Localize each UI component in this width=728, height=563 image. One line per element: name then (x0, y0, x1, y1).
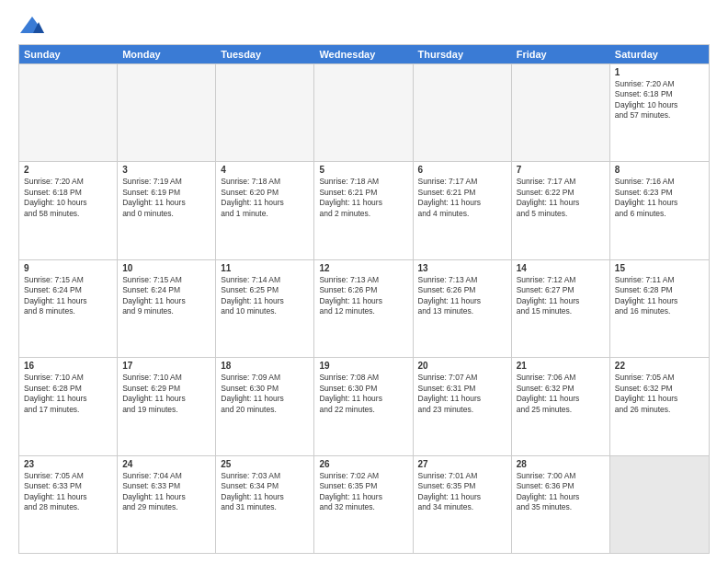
day-number: 9 (24, 263, 112, 273)
cell-info: Sunrise: 7:20 AM Sunset: 6:18 PM Dayligh… (615, 79, 704, 121)
calendar-cell-5: 5Sunrise: 7:18 AM Sunset: 6:21 PM Daylig… (314, 162, 413, 259)
calendar-cell-15: 15Sunrise: 7:11 AM Sunset: 6:28 PM Dayli… (610, 260, 709, 357)
cell-info: Sunrise: 7:15 AM Sunset: 6:24 PM Dayligh… (24, 275, 112, 317)
calendar-cell-empty-0-0 (19, 64, 118, 161)
calendar-cell-16: 16Sunrise: 7:10 AM Sunset: 6:28 PM Dayli… (19, 358, 118, 454)
cell-info: Sunrise: 7:10 AM Sunset: 6:28 PM Dayligh… (24, 373, 112, 415)
day-number: 10 (122, 263, 210, 273)
calendar-row-4: 23Sunrise: 7:05 AM Sunset: 6:33 PM Dayli… (19, 455, 709, 553)
weekday-header-saturday: Saturday (610, 45, 709, 63)
day-number: 13 (418, 263, 506, 273)
day-number: 19 (319, 361, 407, 371)
calendar-cell-18: 18Sunrise: 7:09 AM Sunset: 6:30 PM Dayli… (216, 358, 314, 454)
day-number: 14 (517, 263, 605, 273)
cell-info: Sunrise: 7:15 AM Sunset: 6:24 PM Dayligh… (122, 275, 210, 317)
calendar-row-0: 1Sunrise: 7:20 AM Sunset: 6:18 PM Daylig… (19, 63, 709, 161)
cell-info: Sunrise: 7:00 AM Sunset: 6:36 PM Dayligh… (517, 471, 605, 513)
calendar-cell-1: 1Sunrise: 7:20 AM Sunset: 6:18 PM Daylig… (610, 64, 709, 161)
calendar-cell-22: 22Sunrise: 7:05 AM Sunset: 6:32 PM Dayli… (610, 358, 709, 454)
cell-info: Sunrise: 7:11 AM Sunset: 6:28 PM Dayligh… (615, 275, 704, 317)
day-number: 27 (418, 459, 506, 469)
calendar-cell-empty-0-1 (118, 64, 216, 161)
calendar-cell-6: 6Sunrise: 7:17 AM Sunset: 6:21 PM Daylig… (414, 162, 512, 259)
day-number: 8 (615, 165, 704, 175)
page: SundayMondayTuesdayWednesdayThursdayFrid… (0, 0, 728, 563)
cell-info: Sunrise: 7:10 AM Sunset: 6:29 PM Dayligh… (122, 373, 210, 415)
calendar-row-2: 9Sunrise: 7:15 AM Sunset: 6:24 PM Daylig… (19, 259, 709, 357)
cell-info: Sunrise: 7:20 AM Sunset: 6:18 PM Dayligh… (24, 177, 112, 219)
cell-info: Sunrise: 7:09 AM Sunset: 6:30 PM Dayligh… (221, 373, 309, 415)
calendar-cell-empty-4-6 (610, 456, 709, 553)
calendar-cell-empty-0-2 (216, 64, 314, 161)
day-number: 28 (517, 459, 605, 469)
calendar-cell-7: 7Sunrise: 7:17 AM Sunset: 6:22 PM Daylig… (512, 162, 610, 259)
calendar-cell-empty-0-4 (414, 64, 512, 161)
calendar-cell-23: 23Sunrise: 7:05 AM Sunset: 6:33 PM Dayli… (19, 456, 118, 553)
day-number: 5 (319, 165, 407, 175)
calendar-cell-17: 17Sunrise: 7:10 AM Sunset: 6:29 PM Dayli… (118, 358, 216, 454)
day-number: 22 (615, 361, 704, 371)
cell-info: Sunrise: 7:06 AM Sunset: 6:32 PM Dayligh… (517, 373, 605, 415)
calendar-cell-empty-0-3 (314, 64, 413, 161)
cell-info: Sunrise: 7:18 AM Sunset: 6:20 PM Dayligh… (221, 177, 309, 219)
day-number: 2 (24, 165, 112, 175)
weekday-header-thursday: Thursday (414, 45, 512, 63)
calendar-row-1: 2Sunrise: 7:20 AM Sunset: 6:18 PM Daylig… (19, 161, 709, 259)
calendar-cell-27: 27Sunrise: 7:01 AM Sunset: 6:35 PM Dayli… (414, 456, 512, 553)
calendar-cell-28: 28Sunrise: 7:00 AM Sunset: 6:36 PM Dayli… (512, 456, 610, 553)
cell-info: Sunrise: 7:05 AM Sunset: 6:32 PM Dayligh… (615, 373, 704, 415)
cell-info: Sunrise: 7:02 AM Sunset: 6:35 PM Dayligh… (319, 471, 407, 513)
cell-info: Sunrise: 7:16 AM Sunset: 6:23 PM Dayligh… (615, 177, 704, 219)
day-number: 20 (418, 361, 506, 371)
calendar-row-3: 16Sunrise: 7:10 AM Sunset: 6:28 PM Dayli… (19, 357, 709, 454)
weekday-header-tuesday: Tuesday (216, 45, 314, 63)
day-number: 6 (418, 165, 506, 175)
calendar-cell-24: 24Sunrise: 7:04 AM Sunset: 6:33 PM Dayli… (118, 456, 216, 553)
calendar-cell-13: 13Sunrise: 7:13 AM Sunset: 6:26 PM Dayli… (414, 260, 512, 357)
calendar-cell-10: 10Sunrise: 7:15 AM Sunset: 6:24 PM Dayli… (118, 260, 216, 357)
cell-info: Sunrise: 7:03 AM Sunset: 6:34 PM Dayligh… (221, 471, 309, 513)
day-number: 3 (122, 165, 210, 175)
calendar-cell-19: 19Sunrise: 7:08 AM Sunset: 6:30 PM Dayli… (314, 358, 413, 454)
day-number: 16 (24, 361, 112, 371)
cell-info: Sunrise: 7:18 AM Sunset: 6:21 PM Dayligh… (319, 177, 407, 219)
calendar-body: 1Sunrise: 7:20 AM Sunset: 6:18 PM Daylig… (19, 63, 709, 553)
calendar-header: SundayMondayTuesdayWednesdayThursdayFrid… (19, 45, 709, 63)
weekday-header-friday: Friday (512, 45, 610, 63)
calendar-cell-empty-0-5 (512, 64, 610, 161)
calendar-cell-11: 11Sunrise: 7:14 AM Sunset: 6:25 PM Dayli… (216, 260, 314, 357)
day-number: 23 (24, 459, 112, 469)
calendar-cell-21: 21Sunrise: 7:06 AM Sunset: 6:32 PM Dayli… (512, 358, 610, 454)
logo (18, 15, 50, 37)
cell-info: Sunrise: 7:17 AM Sunset: 6:21 PM Dayligh… (418, 177, 506, 219)
calendar-cell-8: 8Sunrise: 7:16 AM Sunset: 6:23 PM Daylig… (610, 162, 709, 259)
cell-info: Sunrise: 7:13 AM Sunset: 6:26 PM Dayligh… (418, 275, 506, 317)
cell-info: Sunrise: 7:04 AM Sunset: 6:33 PM Dayligh… (122, 471, 210, 513)
calendar-cell-4: 4Sunrise: 7:18 AM Sunset: 6:20 PM Daylig… (216, 162, 314, 259)
day-number: 18 (221, 361, 309, 371)
day-number: 1 (615, 67, 704, 77)
cell-info: Sunrise: 7:07 AM Sunset: 6:31 PM Dayligh… (418, 373, 506, 415)
logo-icon (18, 15, 46, 37)
day-number: 4 (221, 165, 309, 175)
calendar-cell-26: 26Sunrise: 7:02 AM Sunset: 6:35 PM Dayli… (314, 456, 413, 553)
calendar-cell-20: 20Sunrise: 7:07 AM Sunset: 6:31 PM Dayli… (414, 358, 512, 454)
calendar-cell-3: 3Sunrise: 7:19 AM Sunset: 6:19 PM Daylig… (118, 162, 216, 259)
cell-info: Sunrise: 7:14 AM Sunset: 6:25 PM Dayligh… (221, 275, 309, 317)
day-number: 11 (221, 263, 309, 273)
cell-info: Sunrise: 7:13 AM Sunset: 6:26 PM Dayligh… (319, 275, 407, 317)
day-number: 21 (517, 361, 605, 371)
cell-info: Sunrise: 7:17 AM Sunset: 6:22 PM Dayligh… (517, 177, 605, 219)
weekday-header-monday: Monday (118, 45, 216, 63)
cell-info: Sunrise: 7:05 AM Sunset: 6:33 PM Dayligh… (24, 471, 112, 513)
header (18, 15, 710, 37)
day-number: 15 (615, 263, 704, 273)
day-number: 17 (122, 361, 210, 371)
calendar-cell-12: 12Sunrise: 7:13 AM Sunset: 6:26 PM Dayli… (314, 260, 413, 357)
day-number: 26 (319, 459, 407, 469)
day-number: 12 (319, 263, 407, 273)
cell-info: Sunrise: 7:01 AM Sunset: 6:35 PM Dayligh… (418, 471, 506, 513)
cell-info: Sunrise: 7:08 AM Sunset: 6:30 PM Dayligh… (319, 373, 407, 415)
calendar-cell-14: 14Sunrise: 7:12 AM Sunset: 6:27 PM Dayli… (512, 260, 610, 357)
day-number: 7 (517, 165, 605, 175)
